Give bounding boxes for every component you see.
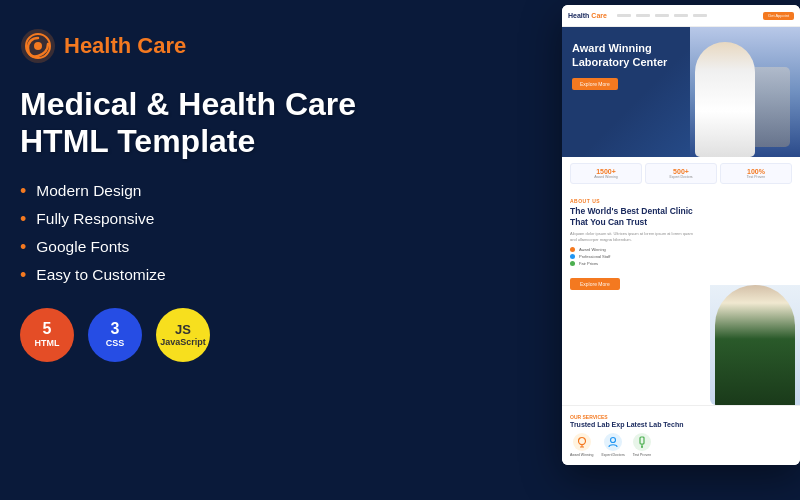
front-nav-logo: Health Care	[568, 12, 607, 19]
front-hero: Award Winning Laboratory Center Explore …	[562, 27, 800, 157]
logo-health: Health	[64, 33, 137, 58]
front-nav: Health Care Get Appoint	[562, 5, 800, 27]
award-icon	[576, 436, 588, 448]
main-title: Medical & Health Care HTML Template	[20, 86, 360, 160]
stat-award: 1500+ Award Winning	[570, 163, 642, 184]
feature-bullet: •	[20, 238, 26, 256]
svg-rect-7	[640, 437, 644, 444]
list-item-2: Professional Staff	[570, 254, 792, 259]
front-bottom-title: Trusted Lab Exp Latest Lab Techn	[570, 420, 792, 429]
svg-point-3	[578, 438, 585, 445]
front-bottom-section: OUR SERVICES Trusted Lab Exp Latest Lab …	[562, 405, 800, 465]
bottom-icon-3: Test Proven	[633, 433, 651, 457]
mockup-front: Health Care Get Appoint Award Winning La…	[562, 5, 800, 465]
feature-modern-design: • Modern Design	[20, 182, 360, 200]
front-section-title: The World's Best Dental Clinic That You …	[570, 206, 700, 228]
logo-care: Care	[137, 33, 186, 58]
front-nav-btn[interactable]: Get Appoint	[763, 12, 794, 20]
stat-test: 100% Test Proven	[720, 163, 792, 184]
front-nav-links	[617, 14, 707, 17]
features-list: • Modern Design • Fully Responsive • Goo…	[20, 182, 360, 284]
title-line2: HTML Template	[20, 123, 360, 160]
front-stats: 1500+ Award Winning 500+ Expert Doctors …	[562, 157, 800, 190]
badge-css: 3 CSS	[88, 308, 142, 362]
bottom-icons-row: Award Winning Expert Doctors	[570, 433, 792, 457]
feature-bullet: •	[20, 182, 26, 200]
front-list: Award Winning Professional Staff Fair Pr…	[570, 247, 792, 266]
front-section-text: Aliquam dolor ipsum sit. Ultrices ipsum …	[570, 231, 700, 243]
feature-label: Modern Design	[36, 182, 141, 200]
list-item-1: Award Winning	[570, 247, 792, 252]
feature-label: Fully Responsive	[36, 210, 154, 228]
feature-label: Easy to Customize	[36, 266, 165, 284]
svg-point-9	[641, 446, 643, 448]
badge-js: JS JavaScript	[156, 308, 210, 362]
doctor-icon	[607, 436, 619, 448]
logo-text: Health Care	[64, 33, 186, 59]
logo-icon	[20, 28, 56, 64]
left-section: Health Care Medical & Health Care HTML T…	[0, 0, 380, 500]
feature-label: Google Fonts	[36, 238, 129, 256]
stat-doctors: 500+ Expert Doctors	[645, 163, 717, 184]
front-hero-image	[690, 27, 800, 157]
front-hero-btn[interactable]: Explore More	[572, 78, 618, 90]
list-item-3: Fair Prices	[570, 261, 792, 266]
front-about-section: ABOUT US The World's Best Dental Clinic …	[562, 190, 800, 272]
test-icon	[636, 436, 648, 448]
tech-badges: 5 HTML 3 CSS JS JavaScript	[20, 308, 360, 362]
bottom-icon-2: Expert Doctors	[601, 433, 624, 457]
front-explore-btn[interactable]: Explore More	[570, 278, 620, 290]
svg-point-6	[611, 438, 616, 443]
front-hero-title: Award Winning Laboratory Center	[572, 41, 682, 70]
feature-fully-responsive: • Fully Responsive	[20, 210, 360, 228]
feature-easy-customize: • Easy to Customize	[20, 266, 360, 284]
svg-point-2	[34, 42, 42, 50]
feature-bullet: •	[20, 266, 26, 284]
badge-html: 5 HTML	[20, 308, 74, 362]
logo-area: Health Care	[20, 28, 360, 64]
bottom-icon-1: Award Winning	[570, 433, 593, 457]
feature-google-fonts: • Google Fonts	[20, 238, 360, 256]
front-section-label: ABOUT US	[570, 198, 792, 204]
feature-bullet: •	[20, 210, 26, 228]
title-line1: Medical & Health Care	[20, 86, 360, 123]
front-person-image	[710, 285, 800, 405]
